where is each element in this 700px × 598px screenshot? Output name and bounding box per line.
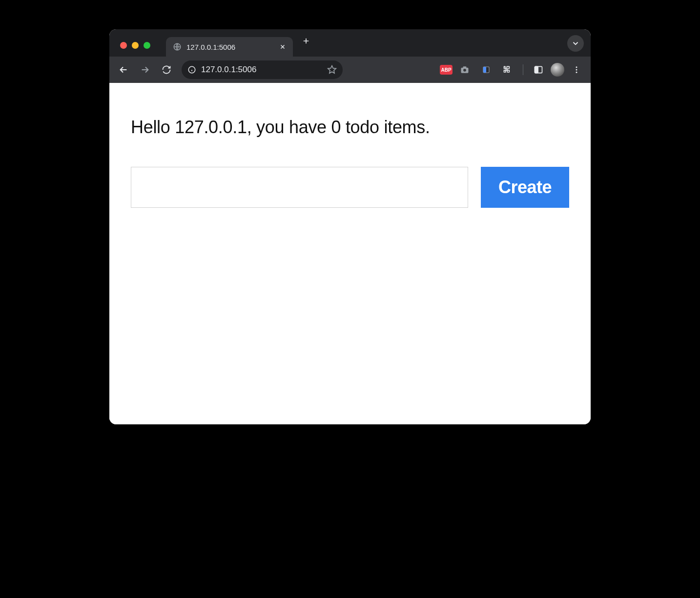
extensions-puzzle-icon[interactable] (498, 60, 517, 79)
tab-strip: 127.0.0.1:5006 (109, 29, 591, 57)
close-window-button[interactable] (120, 42, 127, 49)
maximize-window-button[interactable] (144, 42, 150, 49)
side-panel-icon[interactable] (529, 60, 548, 79)
svg-rect-10 (535, 66, 538, 73)
minimize-window-button[interactable] (132, 42, 139, 49)
browser-window: 127.0.0.1:5006 (109, 29, 591, 424)
tab-title: 127.0.0.1:5006 (186, 43, 274, 51)
svg-rect-8 (483, 67, 486, 73)
toolbar-divider (523, 64, 523, 75)
abp-label: ABP (441, 67, 451, 73)
back-button[interactable] (114, 60, 133, 79)
greeting-heading: Hello 127.0.0.1, you have 0 todo items. (131, 117, 569, 138)
kebab-menu-icon[interactable] (567, 60, 586, 79)
todo-form: Create (131, 167, 569, 208)
svg-point-13 (576, 72, 577, 73)
camera-extension-icon[interactable] (455, 60, 474, 79)
browser-tab[interactable]: 127.0.0.1:5006 (166, 37, 293, 57)
reload-button[interactable] (157, 60, 176, 79)
tabs-dropdown-button[interactable] (567, 35, 584, 52)
page-viewport: Hello 127.0.0.1, you have 0 todo items. … (109, 83, 591, 424)
todo-input[interactable] (131, 167, 468, 208)
svg-point-11 (576, 66, 577, 68)
site-info-icon[interactable] (187, 65, 196, 74)
create-button[interactable]: Create (481, 167, 569, 208)
profile-avatar[interactable] (551, 63, 564, 77)
svg-point-12 (576, 69, 577, 71)
svg-point-5 (463, 69, 466, 72)
window-controls (114, 42, 156, 57)
url-text: 127.0.0.1:5006 (201, 65, 322, 75)
forward-button[interactable] (136, 60, 154, 79)
browser-toolbar: 127.0.0.1:5006 ABP (109, 57, 591, 83)
new-tab-button[interactable] (293, 37, 317, 49)
close-tab-icon[interactable] (279, 43, 286, 50)
bookmark-star-icon[interactable] (327, 65, 337, 75)
globe-icon (173, 42, 182, 51)
address-bar[interactable]: 127.0.0.1:5006 (182, 60, 343, 79)
svg-rect-6 (463, 66, 467, 68)
card-extension-icon[interactable] (477, 60, 495, 79)
adblock-extension-icon[interactable]: ABP (440, 65, 453, 75)
